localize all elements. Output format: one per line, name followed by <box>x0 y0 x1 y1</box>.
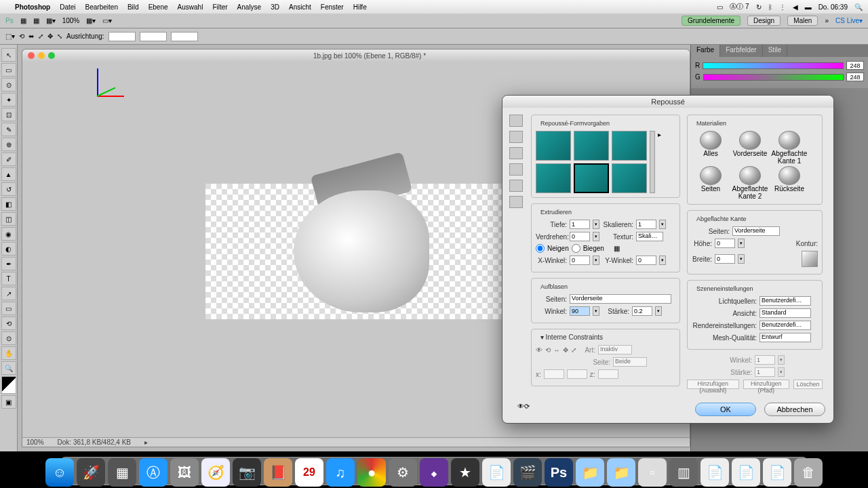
history-brush-tool[interactable]: ↺ <box>1 182 16 196</box>
orientation-x[interactable] <box>108 32 136 41</box>
preset-thumb[interactable] <box>574 131 609 161</box>
constraint-tool-icon[interactable]: ↔ <box>553 346 560 354</box>
gradient-tool[interactable]: ◫ <box>1 212 16 226</box>
twist-input[interactable] <box>570 232 590 241</box>
c-strength-input[interactable] <box>755 367 775 377</box>
workspace-grundelemente[interactable]: Grundelemente <box>682 16 741 26</box>
disclosure-icon[interactable]: ▾ <box>540 333 544 341</box>
menu-ansicht[interactable]: Ansicht <box>289 3 311 11</box>
dock-folder-icon[interactable]: ▫ <box>638 458 667 487</box>
zoom-icon[interactable] <box>48 52 55 59</box>
blur-tool[interactable]: ◉ <box>1 227 16 241</box>
mesh-select[interactable]: Entwurf <box>760 333 811 342</box>
preset-scrollbar[interactable] <box>650 131 655 193</box>
dock-stack-icon[interactable]: 📄 <box>701 458 729 487</box>
menu-filter[interactable]: Filter <box>212 3 227 11</box>
yangle-input[interactable] <box>636 256 656 265</box>
tool-home-icon[interactable] <box>509 115 523 127</box>
eraser-tool[interactable]: ◧ <box>1 197 16 211</box>
tool-rotate-icon[interactable] <box>509 131 523 143</box>
brush-tool[interactable]: ✐ <box>1 152 16 166</box>
color-r-value[interactable] <box>846 61 864 70</box>
preset-thumb-selected[interactable] <box>574 163 609 193</box>
menu-hilfe[interactable]: Hilfe <box>353 3 367 11</box>
preset-flyout-icon[interactable]: ▸ <box>658 131 661 193</box>
path-tool[interactable]: ↗ <box>1 287 16 300</box>
preset-thumb[interactable] <box>612 131 647 161</box>
dock-folder-icon[interactable]: 📁 <box>576 458 604 487</box>
status-docinfo[interactable]: Dok: 361,8 KB/482,4 KB <box>58 439 131 446</box>
menu-3d[interactable]: 3D <box>271 3 279 11</box>
add-path-button[interactable]: Hinzufügen (Pfad) <box>743 380 789 389</box>
volume-icon[interactable]: ◀ <box>793 3 798 11</box>
3d-tool-icon[interactable]: ✥ <box>47 33 53 40</box>
arrange-icon[interactable]: ▦▾ <box>86 17 96 24</box>
constraint-tool-icon[interactable]: ✥ <box>563 346 568 354</box>
color-r-slider[interactable] <box>703 62 844 69</box>
render-select[interactable]: Benutzerdefi… <box>760 321 811 330</box>
spinner-icon[interactable]: ▾ <box>738 254 745 264</box>
preset-thumb[interactable] <box>536 131 571 161</box>
dock-appstore-icon[interactable]: Ⓐ <box>139 458 167 487</box>
dock-chrome-icon[interactable]: ● <box>357 458 386 487</box>
dock-stack-icon[interactable]: ▥ <box>669 458 698 487</box>
delete-button[interactable]: Löschen <box>793 380 823 389</box>
constraint-tool-icon[interactable]: ⟲ <box>545 346 551 354</box>
dock-app-icon[interactable]: ⬥ <box>420 458 448 487</box>
tab-farbe[interactable]: Farbe <box>691 45 720 57</box>
move-tool[interactable]: ↖ <box>1 48 16 62</box>
menu-fenster[interactable]: Fenster <box>321 3 344 11</box>
preset-thumb[interactable] <box>536 163 571 193</box>
tool-pan-icon[interactable] <box>509 147 523 159</box>
dock-app-icon[interactable]: 🎬 <box>513 458 542 487</box>
material-swatch[interactable] <box>700 166 722 185</box>
dock-launchpad-icon[interactable]: 🚀 <box>77 458 105 487</box>
lasso-tool[interactable]: ⊙ <box>1 78 16 92</box>
constraint-z-input[interactable] <box>598 369 618 379</box>
crop-tool[interactable]: ⊡ <box>1 108 16 121</box>
status-arrow-icon[interactable]: ▸ <box>144 439 148 446</box>
dock-textedit-icon[interactable]: 📄 <box>482 458 511 487</box>
healing-tool[interactable]: ⊕ <box>1 138 16 151</box>
tool-light-icon[interactable] <box>509 196 523 208</box>
constraint-type-select[interactable]: Inaktiv <box>598 345 632 354</box>
minibridge-icon[interactable]: ▦ <box>33 17 39 24</box>
stamp-tool[interactable]: ▲ <box>1 167 16 181</box>
spinner-icon[interactable]: ▾ <box>659 256 666 265</box>
screen-mode-icon[interactable]: ▭▾ <box>102 17 112 24</box>
inflate-sides-select[interactable]: Vorderseite <box>570 294 671 304</box>
dock-stack-icon[interactable]: 📄 <box>732 458 760 487</box>
app-name[interactable]: Photoshop <box>15 3 50 11</box>
xangle-input[interactable] <box>570 256 590 265</box>
spinner-icon[interactable]: ▾ <box>593 256 599 265</box>
preset-thumb[interactable] <box>612 163 647 193</box>
spotlight-icon[interactable]: 🔍 <box>854 3 863 11</box>
workspace-design[interactable]: Design <box>747 16 781 26</box>
dock-calendar-icon[interactable]: 29 <box>295 458 323 487</box>
dock-preview-icon[interactable]: 🖼 <box>170 458 199 487</box>
workspace-more-icon[interactable]: » <box>825 17 829 24</box>
workspace-malen[interactable]: Malen <box>787 16 818 26</box>
axis-x-icon[interactable] <box>97 96 124 97</box>
spinner-icon[interactable]: ▾ <box>655 306 662 316</box>
cs-live[interactable]: CS Live▾ <box>835 17 863 24</box>
eyedropper-tool[interactable]: ✎ <box>1 123 16 136</box>
material-swatch[interactable] <box>739 166 761 185</box>
c-angle-input[interactable] <box>755 355 775 365</box>
orientation-y[interactable] <box>140 32 167 41</box>
bridge-icon[interactable]: ▦ <box>20 17 26 24</box>
hand-tool[interactable]: ✋ <box>1 346 16 360</box>
orientation-z[interactable] <box>171 32 198 41</box>
view-extras-icon[interactable]: ▦▾ <box>46 17 56 24</box>
bend-radio-neigen[interactable] <box>536 244 545 253</box>
type-tool[interactable]: T <box>1 272 16 285</box>
sync-icon[interactable]: ↻ <box>756 3 762 11</box>
3d-tool-icon[interactable]: ⬌ <box>28 33 34 40</box>
menu-datei[interactable]: Datei <box>60 3 75 11</box>
cancel-button[interactable]: Abbrechen <box>764 403 825 416</box>
axis-y-icon[interactable] <box>97 68 98 96</box>
constraint-y-input[interactable] <box>567 369 587 379</box>
dock-itunes-icon[interactable]: ♫ <box>326 458 355 487</box>
3d-camera-tool[interactable]: ⊙ <box>1 331 16 345</box>
scale-input[interactable] <box>636 220 656 229</box>
